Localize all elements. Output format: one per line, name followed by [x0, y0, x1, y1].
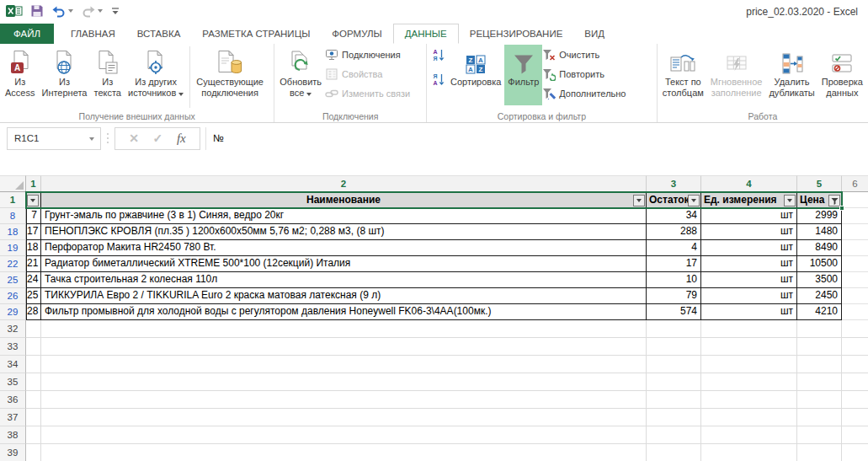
tab-view[interactable]: ВИД [573, 24, 615, 44]
remove-duplicates-button[interactable]: Удалить дубликаты [765, 45, 817, 105]
cell[interactable] [26, 373, 41, 391]
cell-unit[interactable]: шт [701, 256, 797, 272]
advanced-filter-button[interactable]: Дополнительно [542, 87, 626, 100]
cell-price[interactable]: 8490 [797, 240, 842, 256]
tab-page-layout[interactable]: РАЗМЕТКА СТРАНИЦЫ [191, 24, 321, 44]
cell-name[interactable]: Перфоратор Макита HR2450 780 Вт. [41, 240, 647, 256]
column-header[interactable]: 4 [701, 175, 797, 192]
cell[interactable] [26, 444, 41, 461]
name-box-dropdown-icon[interactable] [89, 137, 94, 141]
cell-unit[interactable]: шт [701, 224, 797, 240]
connections-button[interactable]: Подключения [325, 48, 410, 62]
cell-num[interactable]: 28 [26, 304, 41, 320]
cell[interactable] [26, 356, 41, 373]
save-button[interactable] [30, 4, 44, 18]
row-header[interactable]: 35 [0, 373, 26, 391]
row-header[interactable]: 39 [0, 444, 26, 461]
cell[interactable] [842, 288, 868, 304]
tab-formulas[interactable]: ФОРМУЛЫ [321, 24, 392, 44]
redo-button[interactable] [81, 5, 103, 18]
filter-dropdown-button[interactable] [688, 195, 700, 206]
cell[interactable] [797, 426, 842, 444]
cell[interactable] [842, 409, 868, 426]
header-cell-stock[interactable]: Остаток [647, 192, 701, 208]
cell[interactable] [647, 338, 701, 356]
cell-unit[interactable]: шт [701, 272, 797, 288]
cell[interactable] [647, 444, 701, 461]
header-cell-unit[interactable]: Ед. измерения [701, 192, 797, 208]
formula-input[interactable]: № [205, 127, 868, 150]
row-header[interactable]: 36 [0, 391, 26, 409]
cell-price[interactable]: 10500 [797, 256, 842, 272]
row-header[interactable]: 38 [0, 426, 26, 444]
cell-num[interactable]: 24 [26, 272, 41, 288]
refresh-all-button[interactable]: Обновить все [276, 45, 325, 105]
row-header[interactable]: 19 [0, 240, 26, 256]
cell[interactable] [842, 208, 868, 224]
customize-qat-button[interactable] [110, 7, 120, 16]
cell[interactable] [842, 391, 868, 409]
filter-dropdown-button[interactable] [784, 195, 796, 206]
cell[interactable] [41, 426, 647, 444]
row-header[interactable]: 29 [0, 304, 26, 320]
row-header[interactable]: 33 [0, 338, 26, 356]
cell-stock[interactable]: 79 [647, 288, 701, 304]
cell[interactable] [797, 356, 842, 373]
row-header[interactable]: 26 [0, 288, 26, 304]
cell-stock[interactable]: 4 [647, 240, 701, 256]
from-web-button[interactable]: Из Интернета [38, 45, 90, 105]
row-header[interactable]: 1 [0, 192, 26, 208]
cell[interactable] [41, 409, 647, 426]
cell[interactable] [842, 338, 868, 356]
filter-dropdown-button[interactable] [633, 195, 645, 206]
row-header[interactable]: 18 [0, 224, 26, 240]
cell[interactable] [797, 338, 842, 356]
name-box[interactable]: R1C1 [7, 127, 101, 150]
cell[interactable] [842, 272, 868, 288]
row-header[interactable]: 25 [0, 272, 26, 288]
cell-name[interactable]: Тачка строительная 2 колесная 110л [41, 272, 647, 288]
reapply-filter-button[interactable]: Повторить [542, 67, 626, 81]
redo-dropdown-icon[interactable] [98, 9, 103, 13]
cell[interactable] [41, 391, 647, 409]
cell-num[interactable]: 17 [26, 224, 41, 240]
cell[interactable] [647, 356, 701, 373]
cell[interactable] [647, 320, 701, 338]
cell[interactable] [842, 426, 868, 444]
from-other-sources-button[interactable]: Из других источников [125, 45, 187, 105]
cell[interactable] [797, 373, 842, 391]
cell[interactable] [41, 373, 647, 391]
cell-price[interactable]: 2999 [797, 208, 842, 224]
cell-stock[interactable]: 17 [647, 256, 701, 272]
cell[interactable] [701, 373, 797, 391]
undo-button[interactable] [51, 5, 73, 18]
cell[interactable] [41, 320, 647, 338]
cell[interactable] [647, 373, 701, 391]
cell-stock[interactable]: 288 [647, 224, 701, 240]
cell-price[interactable]: 4210 [797, 304, 842, 320]
cell[interactable] [842, 444, 868, 461]
cell[interactable] [701, 391, 797, 409]
row-header[interactable]: 8 [0, 208, 26, 224]
cell[interactable] [842, 320, 868, 338]
header-cell-num[interactable]: № [26, 192, 41, 208]
from-text-button[interactable]: Из текста [90, 45, 125, 105]
cell-name[interactable]: Грунт-эмаль по ржавчине (3 в 1) Синяя, в… [41, 208, 647, 224]
cancel-entry-icon[interactable]: ✕ [129, 131, 139, 145]
cell[interactable] [26, 320, 41, 338]
cell[interactable] [797, 444, 842, 461]
text-to-columns-button[interactable]: Текст по столбцам [659, 45, 707, 105]
cell[interactable] [26, 338, 41, 356]
cell-stock[interactable]: 574 [647, 304, 701, 320]
cell-name[interactable]: Радиатор биметаллический XTREME 500*100 … [41, 256, 647, 272]
sort-descending-button[interactable]: ЯА [432, 72, 445, 89]
cell[interactable] [647, 409, 701, 426]
filter-button[interactable]: Фильтр [504, 45, 542, 105]
cell[interactable] [842, 192, 868, 208]
cell-price[interactable]: 3500 [797, 272, 842, 288]
cell-stock[interactable]: 10 [647, 272, 701, 288]
column-header[interactable]: 1 [26, 175, 41, 192]
tab-insert[interactable]: ВСТАВКА [126, 24, 192, 44]
filter-dropdown-button[interactable] [27, 195, 39, 206]
cell-num[interactable]: 25 [26, 288, 41, 304]
